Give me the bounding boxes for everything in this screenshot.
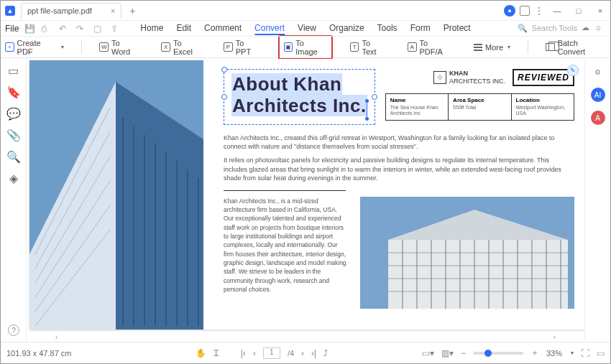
bookmark-icon[interactable]: ▢ bbox=[93, 24, 104, 34]
print-icon[interactable]: ⎙ bbox=[42, 24, 52, 34]
file-menu[interactable]: File bbox=[5, 24, 19, 34]
page-hero-image bbox=[29, 60, 203, 330]
share-icon[interactable]: ⇪ bbox=[111, 24, 121, 34]
ai-tools-icon[interactable]: A bbox=[591, 111, 605, 125]
info-table: NameThe Sea House Khan Architects Inc Ar… bbox=[385, 93, 574, 121]
left-sidebar: ▭ 🔖 💬 📎 🔍 ◈ bbox=[1, 59, 27, 340]
to-ppt-button[interactable]: PTo PPT bbox=[219, 37, 265, 58]
cloud-icon[interactable]: ☁ bbox=[582, 23, 592, 33]
main-menu: Home Edit Comment Convert View Organize … bbox=[140, 23, 470, 35]
hand-tool-icon[interactable]: ✋ bbox=[196, 348, 206, 358]
menu-tools[interactable]: Tools bbox=[377, 23, 398, 35]
undo-icon[interactable]: ↶ bbox=[59, 24, 69, 34]
app-icon: ▲ bbox=[5, 6, 15, 16]
convert-toolbar: +Create PDF▾ WTo Word XTo Excel PTo PPT … bbox=[1, 37, 610, 58]
ai-assistant-icon[interactable]: AI bbox=[591, 88, 605, 102]
paragraph-3: Khan Architects Inc., is a mid-sized arc… bbox=[224, 197, 347, 309]
fit-options-icon[interactable]: ▭▾ bbox=[422, 348, 434, 358]
search-input[interactable]: Search Tools bbox=[532, 24, 577, 32]
menu-convert[interactable]: Convert bbox=[254, 23, 285, 35]
reviewed-stamp: REVIEWED bbox=[513, 69, 574, 86]
page-total: /4 bbox=[288, 349, 294, 358]
divider bbox=[224, 190, 346, 191]
fit-page-icon[interactable]: ⛶ bbox=[581, 348, 589, 358]
help-icon[interactable]: ? bbox=[8, 325, 19, 336]
pdf-page: ✎ About KhanArchitects Inc. ◇ KHAN bbox=[29, 60, 584, 330]
new-tab-button[interactable]: + bbox=[126, 4, 139, 17]
menu-edit[interactable]: Edit bbox=[176, 23, 191, 35]
batch-convert-button[interactable]: Batch Convert bbox=[541, 37, 610, 58]
attachments-icon[interactable]: 📎 bbox=[8, 129, 19, 141]
brand-logo: ◇ KHANARCHITECTS INC. bbox=[433, 70, 505, 85]
to-image-button[interactable]: ▣To Image bbox=[278, 35, 333, 60]
properties-icon[interactable]: ⚙ bbox=[591, 65, 605, 79]
menu-home[interactable]: Home bbox=[140, 23, 163, 35]
home-icon[interactable]: ⌂ bbox=[596, 23, 606, 33]
zoom-out-icon[interactable]: − bbox=[461, 348, 466, 358]
window-maximize[interactable]: □ bbox=[570, 4, 587, 18]
to-text-button[interactable]: TTo Text bbox=[346, 37, 390, 58]
first-page-icon[interactable]: |‹ bbox=[241, 348, 246, 358]
close-tab-icon[interactable]: × bbox=[111, 6, 115, 15]
redo-icon[interactable]: ↷ bbox=[76, 24, 86, 34]
window-close[interactable]: × bbox=[592, 4, 609, 18]
create-pdf-button[interactable]: +Create PDF▾ bbox=[1, 37, 68, 58]
app-menu-icon[interactable]: ⋮ bbox=[534, 5, 544, 17]
zoom-value: 33% bbox=[546, 349, 562, 358]
more-button[interactable]: More▾ bbox=[469, 41, 515, 54]
horizontal-scrollbar[interactable]: ‹› bbox=[52, 333, 559, 340]
layers-icon[interactable]: ◈ bbox=[8, 172, 19, 184]
next-page-icon[interactable]: › bbox=[301, 348, 304, 358]
paragraph-2: It relies on photovoltaic panels for ele… bbox=[224, 156, 574, 183]
zoom-in-icon[interactable]: ＋ bbox=[530, 347, 539, 359]
svg-rect-16 bbox=[388, 240, 568, 309]
menu-view[interactable]: View bbox=[298, 23, 316, 35]
document-title: About KhanArchitects Inc. bbox=[231, 74, 367, 117]
edit-badge-icon[interactable]: ✎ bbox=[567, 65, 579, 76]
menu-comment[interactable]: Comment bbox=[204, 23, 242, 35]
bookmarks-icon[interactable]: 🔖 bbox=[8, 86, 19, 98]
search-panel-icon[interactable]: 🔍 bbox=[8, 151, 19, 162]
comments-icon[interactable]: 💬 bbox=[8, 108, 19, 119]
paragraph-1: Khan Architects Inc., created this off-g… bbox=[224, 134, 574, 151]
save-icon[interactable]: 💾 bbox=[24, 24, 35, 34]
read-mode-icon[interactable]: ▭ bbox=[597, 348, 605, 358]
document-tab[interactable]: ppt file-sample.pdf × bbox=[21, 3, 121, 19]
prev-page-icon[interactable]: ‹ bbox=[253, 348, 256, 358]
menu-organize[interactable]: Organize bbox=[329, 23, 364, 35]
feedback-icon[interactable] bbox=[520, 6, 530, 16]
window-minimize[interactable]: — bbox=[548, 4, 566, 18]
status-bar: 101.93 x 47.87 cm ✋ Ꮖ |‹ ‹ 1 /4 › ›| ⤴ ▭… bbox=[1, 342, 610, 363]
thumbnails-icon[interactable]: ▭ bbox=[8, 65, 19, 76]
select-tool-icon[interactable]: Ꮖ bbox=[213, 348, 219, 358]
page-number-input[interactable]: 1 bbox=[263, 347, 280, 359]
jump-icon[interactable]: ⤴ bbox=[323, 348, 328, 358]
text-selection-box[interactable]: About KhanArchitects Inc. bbox=[224, 69, 375, 125]
document-canvas[interactable]: ✎ About KhanArchitects Inc. ◇ KHAN bbox=[27, 59, 584, 340]
to-word-button[interactable]: WTo Word bbox=[95, 37, 144, 58]
tab-title: ppt file-sample.pdf bbox=[27, 6, 92, 15]
view-mode-icon[interactable]: ▥▾ bbox=[441, 348, 454, 358]
secondary-image bbox=[360, 197, 574, 309]
menu-protect[interactable]: Protect bbox=[444, 23, 471, 35]
to-pdfa-button[interactable]: ATo PDF/A bbox=[403, 37, 456, 58]
to-excel-button[interactable]: XTo Excel bbox=[157, 37, 206, 58]
zoom-slider[interactable] bbox=[473, 352, 523, 355]
cursor-coords: 101.93 x 47.87 cm bbox=[1, 349, 101, 358]
user-avatar[interactable]: ● bbox=[504, 5, 515, 17]
menu-form[interactable]: Form bbox=[410, 23, 431, 35]
right-sidebar: ⚙ AI A bbox=[584, 59, 610, 340]
search-icon[interactable]: 🔍 bbox=[518, 24, 528, 33]
last-page-icon[interactable]: ›| bbox=[311, 348, 316, 358]
